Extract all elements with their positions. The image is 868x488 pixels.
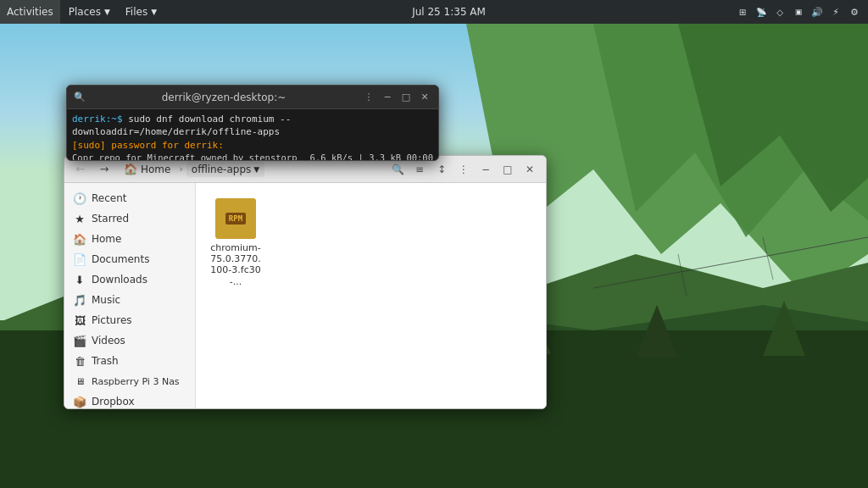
terminal-sudo-prompt: [sudo] password for derrik: <box>72 140 224 151</box>
filemanager-controls: 🔍 ≡ ↕ ⋮ − □ ✕ <box>388 160 539 179</box>
terminal-controls: ⋮ − □ ✕ <box>362 91 431 104</box>
documents-label: Documents <box>92 253 149 265</box>
documents-icon: 📄 <box>73 252 86 266</box>
home-sidebar-label: Home <box>92 233 121 245</box>
dropbox-label: Dropbox <box>92 396 135 408</box>
fm-sidebar: 🕐 Recent ★ Starred 🏠 Home 📄 Documents ⬇ <box>64 183 196 408</box>
home-label: Home <box>141 164 170 175</box>
files-label: Files <box>125 6 147 18</box>
starred-label: Starred <box>92 213 129 225</box>
raspberry-label: Raspberry Pi 3 Nas <box>92 376 180 387</box>
activities-label: Activities <box>7 6 53 18</box>
datetime-display: Jul 25 1:35 AM <box>412 6 486 18</box>
sidebar-item-documents[interactable]: 📄 Documents <box>64 249 195 269</box>
fm-minimize-button[interactable]: − <box>476 160 495 179</box>
current-path-button[interactable]: offline-apps ▼ <box>186 162 264 177</box>
videos-label: Videos <box>92 335 125 347</box>
sidebar-item-raspberry[interactable]: 🖥 Raspberry Pi 3 Nas <box>64 371 195 391</box>
downloads-label: Downloads <box>92 274 147 286</box>
home-icon: 🏠 <box>124 163 137 175</box>
pictures-label: Pictures <box>92 314 132 326</box>
videos-icon: 🎬 <box>73 334 86 347</box>
terminal-titlebar: 🔍 derrik@ryzen-desktop:~ ⋮ − □ ✕ <box>67 86 438 109</box>
home-sidebar-icon: 🏠 <box>73 232 86 246</box>
trash-icon: 🗑 <box>73 354 86 368</box>
fm-menu-button[interactable]: ⋮ <box>454 160 473 179</box>
search-toggle-button[interactable]: 🔍 <box>388 160 407 179</box>
sort-button[interactable]: ↕ <box>432 160 451 179</box>
view-toggle-button[interactable]: ≡ <box>410 160 429 179</box>
sidebar-item-dropbox[interactable]: 📦 Dropbox <box>64 391 195 408</box>
sidebar-item-downloads[interactable]: ⬇ Downloads <box>64 269 195 290</box>
file-name-chromium: chromium-75.0.3770.100-3.fc30-... <box>209 242 262 287</box>
home-location-button[interactable]: 🏠 Home <box>119 161 175 177</box>
places-menu[interactable]: Places ▼ <box>62 0 117 24</box>
terminal-content: derrik:~$ sudo dnf download chromium --d… <box>67 109 438 160</box>
files-arrow-icon: ▼ <box>151 8 157 16</box>
activities-button[interactable]: Activities <box>0 0 60 24</box>
terminal-menu-button[interactable]: ⋮ <box>362 91 376 104</box>
settings-icon[interactable]: ⚙ <box>846 3 863 20</box>
pictures-icon: 🖼 <box>73 313 86 327</box>
path-dropdown-icon: ▼ <box>253 165 259 174</box>
location-bar: 🏠 Home › offline-apps ▼ <box>119 161 383 177</box>
fm-content: RPM chromium-75.0.3770.100-3.fc30-... <box>196 183 546 408</box>
terminal-line-3: Copr repo for Minecraft owned by stensto… <box>72 152 433 160</box>
raspberry-icon: 🖥 <box>73 374 86 388</box>
places-label: Places <box>69 6 101 18</box>
sidebar-item-recent[interactable]: 🕐 Recent <box>64 188 195 208</box>
recent-icon: 🕐 <box>73 191 86 205</box>
volume-icon[interactable]: 🔊 <box>809 3 826 20</box>
terminal-line-2: [sudo] password for derrik: <box>72 139 433 152</box>
taskbar-right: ⊞ 📡 ◇ ▣ 🔊 ⚡ ⚙ <box>734 3 868 20</box>
terminal-prompt: derrik:~$ <box>72 114 123 125</box>
music-label: Music <box>92 294 120 306</box>
path-separator: › <box>179 164 182 175</box>
sidebar-item-music[interactable]: 🎵 Music <box>64 290 195 310</box>
taskbar: Activities Places ▼ Files ▼ Jul 25 1:35 … <box>0 0 868 24</box>
terminal-title: derrik@ryzen-desktop:~ <box>89 92 359 103</box>
power-icon[interactable]: ⚡ <box>827 3 844 20</box>
nav-back-button[interactable]: ← <box>71 160 90 179</box>
file-item-chromium[interactable]: RPM chromium-75.0.3770.100-3.fc30-... <box>206 193 265 292</box>
sidebar-item-home[interactable]: 🏠 Home <box>64 229 195 249</box>
fm-maximize-button[interactable]: □ <box>498 160 517 179</box>
filemanager-body: 🕐 Recent ★ Starred 🏠 Home 📄 Documents ⬇ <box>64 183 546 408</box>
terminal-window: 🔍 derrik@ryzen-desktop:~ ⋮ − □ ✕ derrik:… <box>66 85 439 161</box>
sidebar-item-videos[interactable]: 🎬 Videos <box>64 330 195 351</box>
terminal-line-1: derrik:~$ sudo dnf download chromium --d… <box>72 113 433 139</box>
taskbar-left: Activities Places ▼ Files ▼ <box>0 0 164 24</box>
tray-icon-screen[interactable]: ▣ <box>790 3 807 20</box>
nav-forward-button[interactable]: → <box>95 160 114 179</box>
terminal-speed-1: 6.6 kB/s | 3.3 kB 00:00 <box>310 152 433 160</box>
sidebar-item-starred[interactable]: ★ Starred <box>64 208 195 229</box>
sidebar-item-trash[interactable]: 🗑 Trash <box>64 351 195 371</box>
files-menu[interactable]: Files ▼ <box>119 0 164 24</box>
starred-icon: ★ <box>73 212 86 225</box>
trash-label: Trash <box>92 355 119 367</box>
file-icon-rpm: RPM <box>215 198 256 239</box>
taskbar-clock: Jul 25 1:35 AM <box>164 6 734 18</box>
recent-label: Recent <box>92 192 126 204</box>
music-icon: 🎵 <box>73 293 86 307</box>
places-arrow-icon: ▼ <box>104 8 110 16</box>
terminal-minimize-button[interactable]: − <box>381 91 394 104</box>
dropbox-icon: 📦 <box>73 395 86 408</box>
tray-icon-2[interactable]: 📡 <box>753 3 770 20</box>
downloads-icon: ⬇ <box>73 273 86 286</box>
filemanager-window: ← → 🏠 Home › offline-apps ▼ 🔍 ≡ ↕ ⋮ − □ <box>64 155 547 409</box>
current-path-label: offline-apps <box>192 164 251 175</box>
terminal-close-button[interactable]: ✕ <box>418 91 431 104</box>
fm-close-button[interactable]: ✕ <box>520 160 539 179</box>
sidebar-item-pictures[interactable]: 🖼 Pictures <box>64 310 195 330</box>
terminal-search-icon[interactable]: 🔍 <box>74 92 86 103</box>
terminal-maximize-button[interactable]: □ <box>399 91 413 104</box>
terminal-repo-1: Copr repo for Minecraft owned by stensto… <box>72 152 298 160</box>
desktop: Activities Places ▼ Files ▼ Jul 25 1:35 … <box>0 0 868 488</box>
tray-icon-dropbox[interactable]: ◇ <box>771 3 788 20</box>
tray-icon-1[interactable]: ⊞ <box>734 3 751 20</box>
